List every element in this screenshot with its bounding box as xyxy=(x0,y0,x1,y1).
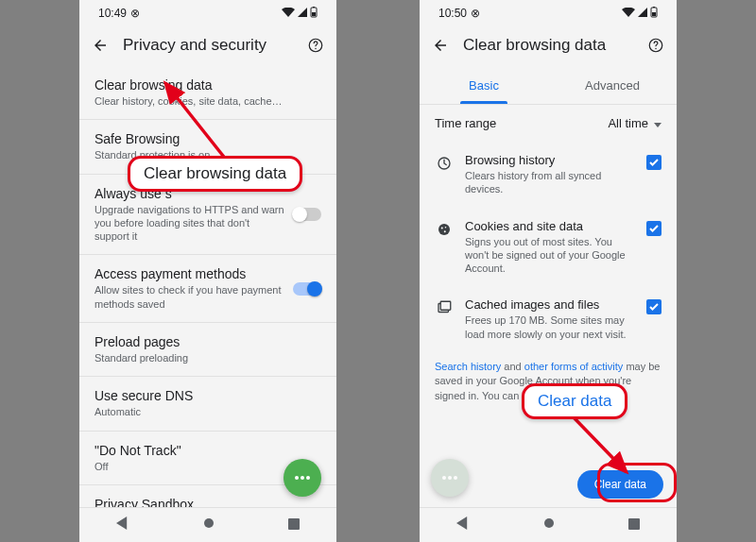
history-icon xyxy=(435,153,454,172)
item-cookies[interactable]: Cookies and site data Signs you out of m… xyxy=(420,208,677,287)
nav-recent-icon[interactable] xyxy=(288,517,300,534)
tab-advanced[interactable]: Advanced xyxy=(548,66,677,104)
app-bar: Clear browsing data xyxy=(420,25,677,66)
status-notif-icon: ⊗ xyxy=(130,7,140,20)
app-bar: Privacy and security xyxy=(79,25,336,66)
time-range-label: Time range xyxy=(435,116,496,130)
item-cached[interactable]: Cached images and files Frees up 170 MB.… xyxy=(420,286,677,352)
svg-point-8 xyxy=(204,518,214,528)
nav-back-icon[interactable] xyxy=(456,517,470,534)
svg-point-5 xyxy=(295,476,299,480)
svg-point-6 xyxy=(301,476,304,480)
android-nav-bar xyxy=(79,507,336,542)
wifi-icon xyxy=(282,7,295,20)
switch-payment-methods[interactable] xyxy=(293,282,321,296)
time-range-value: All time xyxy=(608,116,648,130)
page-title: Privacy and security xyxy=(123,36,293,55)
battery-icon xyxy=(310,7,318,21)
svg-point-16 xyxy=(438,224,450,235)
link-other-activity[interactable]: other forms of activity xyxy=(524,361,624,372)
status-bar: 10:50 ⊗ xyxy=(420,0,677,25)
switch-always-use[interactable] xyxy=(293,208,321,221)
nav-back-icon[interactable] xyxy=(116,517,129,534)
svg-rect-1 xyxy=(312,12,316,16)
checkbox-cookies[interactable] xyxy=(646,221,662,236)
highlight-clear-button xyxy=(597,463,677,502)
phone-privacy: 10:49 ⊗ Privacy and security xyxy=(79,0,336,542)
svg-point-4 xyxy=(315,48,317,50)
tabs: Basic Advanced xyxy=(420,66,677,105)
svg-point-17 xyxy=(441,227,443,229)
android-nav-bar xyxy=(420,507,677,542)
dropdown-icon xyxy=(654,116,662,130)
fab-more[interactable] xyxy=(284,459,321,497)
svg-point-25 xyxy=(544,518,554,528)
svg-rect-11 xyxy=(652,12,656,16)
svg-point-24 xyxy=(454,476,457,480)
help-icon[interactable] xyxy=(646,36,665,55)
svg-point-23 xyxy=(448,476,452,480)
nav-home-icon[interactable] xyxy=(542,517,556,534)
signal-icon xyxy=(638,7,647,20)
svg-point-7 xyxy=(306,476,310,480)
status-notif-icon: ⊗ xyxy=(471,7,480,20)
svg-rect-12 xyxy=(653,7,655,8)
callout-clear-browsing-data: Clear browsing data xyxy=(128,156,302,192)
svg-rect-2 xyxy=(313,7,315,8)
time-range-selector[interactable]: Time range All time xyxy=(420,105,677,142)
help-icon[interactable] xyxy=(306,36,325,55)
back-icon[interactable] xyxy=(91,36,110,55)
svg-point-22 xyxy=(442,476,446,480)
back-icon[interactable] xyxy=(431,36,450,55)
row-secure-dns[interactable]: Use secure DNS Automatic xyxy=(79,377,336,431)
signal-icon xyxy=(298,7,307,20)
nav-home-icon[interactable] xyxy=(202,517,215,534)
svg-point-14 xyxy=(655,48,657,50)
checkbox-cached[interactable] xyxy=(646,299,662,314)
link-search-history[interactable]: Search history xyxy=(435,361,501,372)
svg-point-19 xyxy=(444,230,446,232)
item-browsing-history[interactable]: Browsing history Clears history from all… xyxy=(420,142,677,208)
svg-rect-26 xyxy=(628,518,640,530)
tab-basic[interactable]: Basic xyxy=(420,66,548,104)
svg-rect-9 xyxy=(288,518,300,530)
checkbox-browsing-history[interactable] xyxy=(646,155,662,170)
status-time: 10:50 xyxy=(438,7,467,20)
wifi-icon xyxy=(622,7,635,20)
callout-clear-data: Clear data xyxy=(522,383,627,419)
fab-more[interactable] xyxy=(431,459,469,497)
images-icon xyxy=(435,297,454,316)
row-payment-methods[interactable]: Access payment methods Allow sites to ch… xyxy=(79,255,336,323)
status-time: 10:49 xyxy=(98,7,127,20)
battery-icon xyxy=(650,7,658,21)
svg-rect-21 xyxy=(440,302,451,311)
cookie-icon xyxy=(435,219,454,238)
row-clear-browsing-data[interactable]: Clear browsing data Clear history, cooki… xyxy=(79,66,336,120)
row-preload-pages[interactable]: Preload pages Standard preloading xyxy=(79,323,336,377)
page-title: Clear browsing data xyxy=(463,36,633,55)
phone-clear-data: 10:50 ⊗ Clear browsing data Basic Advanc… xyxy=(420,0,677,542)
svg-point-18 xyxy=(445,227,447,229)
nav-recent-icon[interactable] xyxy=(628,517,640,534)
status-bar: 10:49 ⊗ xyxy=(79,0,336,25)
